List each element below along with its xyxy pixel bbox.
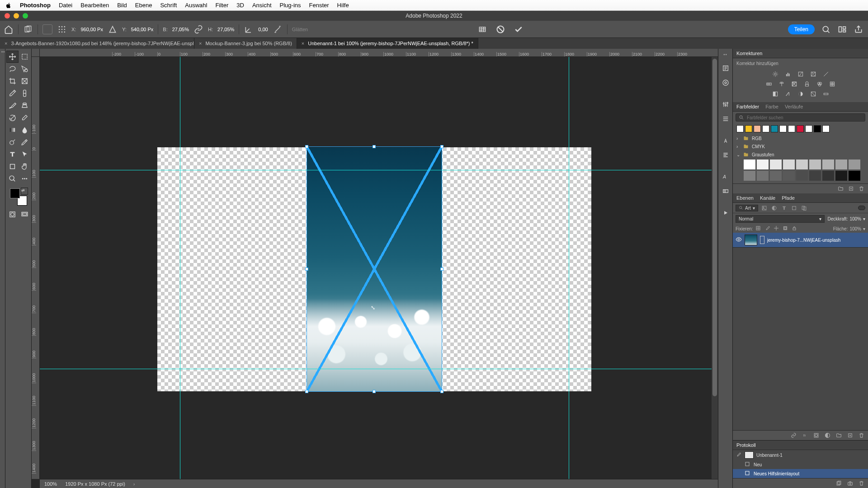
menu-ebene[interactable]: Ebene <box>135 2 152 9</box>
lock-artboard-icon[interactable] <box>783 225 789 232</box>
panel-tab-ebenen[interactable]: Ebenen <box>736 195 754 201</box>
new-group-icon[interactable] <box>836 432 842 438</box>
new-adjustment-icon[interactable] <box>825 432 830 438</box>
swatch[interactable] <box>788 125 795 132</box>
left-dock-spine[interactable]: •• <box>0 49 5 488</box>
panel-header[interactable]: Protokoll <box>733 441 868 450</box>
adj-bw-icon[interactable] <box>790 80 799 88</box>
opt-x-value[interactable]: 960,00 Px <box>80 27 103 32</box>
swatch[interactable] <box>835 171 847 181</box>
menu-plugins[interactable]: Plug-ins <box>280 2 301 9</box>
lasso-tool[interactable] <box>6 63 19 75</box>
history-brush-tool[interactable] <box>6 112 19 124</box>
ruler-horizontal[interactable]: -200-10001002003004005006007008009001000… <box>40 49 718 57</box>
properties-panel-icon[interactable] <box>721 78 731 88</box>
opt-angle-value[interactable]: 0,00 <box>258 27 268 32</box>
menu-3d[interactable]: 3D <box>236 2 244 9</box>
swatch[interactable] <box>779 125 787 132</box>
document-tab[interactable]: ×Mockup-Banner-3.jpg bei 50% (RGB/8) <box>194 38 297 49</box>
layer-thumbnail[interactable] <box>745 235 757 245</box>
swatch[interactable] <box>822 160 834 169</box>
swatch-search-input[interactable] <box>747 115 862 120</box>
screenmode-toggle[interactable] <box>19 208 31 221</box>
adj-vibrance-icon[interactable] <box>821 70 830 78</box>
history-state[interactable]: Neues Hilfslinienlayout <box>733 469 868 478</box>
layer-name[interactable]: jeremy-bishop-7...NWjEAE-unsplash <box>767 238 840 243</box>
delta-icon[interactable] <box>108 24 118 34</box>
opt-y-value[interactable]: 540,00 Px <box>131 27 154 32</box>
lock-all-icon[interactable] <box>792 225 798 232</box>
placed-image[interactable] <box>307 147 442 391</box>
share-export-icon[interactable] <box>854 24 863 34</box>
filter-smart-icon[interactable] <box>801 204 808 211</box>
folder-icon[interactable] <box>838 186 844 192</box>
panel-tab-pfade[interactable]: Pfade <box>782 195 795 201</box>
swatch[interactable] <box>809 160 821 169</box>
fill-value[interactable]: 100% <box>849 226 861 231</box>
swatch[interactable] <box>809 171 821 181</box>
character-panel-icon[interactable] <box>721 136 731 145</box>
guide-vertical[interactable] <box>569 57 569 479</box>
reference-point-selector[interactable] <box>42 24 52 34</box>
lock-position-icon[interactable] <box>774 225 780 232</box>
menu-fenster[interactable]: Fenster <box>309 2 329 9</box>
zoom-level[interactable]: 100% <box>44 481 57 487</box>
window-zoom-button[interactable] <box>23 13 28 19</box>
menu-datei[interactable]: Datei <box>59 2 72 9</box>
frame-tool[interactable] <box>19 75 31 87</box>
hand-tool[interactable] <box>19 160 31 173</box>
adj-posterize-icon[interactable] <box>783 90 793 98</box>
new-snapshot-icon[interactable] <box>847 480 853 486</box>
layer-style-icon[interactable]: fx <box>802 432 808 438</box>
document-tab[interactable]: ×Unbenannt-1 bei 100% (jeremy-bishop-7JP… <box>297 38 478 49</box>
window-minimize-button[interactable] <box>14 13 19 19</box>
clone-stamp-tool[interactable] <box>19 99 31 112</box>
swatch-search[interactable] <box>736 113 865 122</box>
swatch[interactable] <box>805 125 812 132</box>
healing-brush-tool[interactable] <box>19 87 31 99</box>
adj-colorlookup-icon[interactable] <box>828 80 837 88</box>
swatch[interactable] <box>783 171 795 181</box>
adjustments-panel-icon[interactable] <box>721 99 731 109</box>
close-icon[interactable]: × <box>5 41 7 46</box>
share-button[interactable]: Teilen <box>788 24 815 34</box>
workspace-icon[interactable] <box>837 24 847 34</box>
adj-levels-icon[interactable] <box>783 70 793 78</box>
adj-channelmixer-icon[interactable] <box>815 80 824 88</box>
swatch[interactable] <box>744 160 755 169</box>
document-info[interactable]: 1920 Px x 1080 Px (72 ppi) <box>65 481 125 487</box>
swatch-group-grays[interactable]: ⌄Graustufen <box>733 150 868 159</box>
swatch[interactable] <box>757 160 769 169</box>
layer-filter-kind[interactable]: Art▾ <box>736 205 758 211</box>
adj-hue-icon[interactable] <box>764 80 774 88</box>
guide-horizontal[interactable] <box>40 369 718 369</box>
trash-icon[interactable] <box>859 432 864 438</box>
swatch-group-rgb[interactable]: ›RGB <box>733 134 868 142</box>
document-tab[interactable]: ×3-Angebots-Banner-868x488.psd bei 148… <box>0 38 194 49</box>
swap-colors-icon[interactable]: ⇄ <box>21 188 28 195</box>
swatch-group-cmyk[interactable]: ›CMYK <box>733 142 868 150</box>
guide-vertical[interactable] <box>180 57 180 479</box>
opt-h-value[interactable]: 27,05% <box>217 27 234 32</box>
paragraph-panel-icon[interactable] <box>721 150 731 160</box>
swatch[interactable] <box>770 171 782 181</box>
type-tool[interactable] <box>6 148 19 160</box>
shape-tool[interactable] <box>6 160 19 173</box>
layer-row[interactable]: jeremy-bishop-7...NWjEAE-unsplash <box>733 233 868 248</box>
swatch[interactable] <box>822 171 834 181</box>
panel-tab-farbe[interactable]: Farbe <box>765 104 778 109</box>
swatch[interactable] <box>757 171 769 181</box>
reference-point-grid-icon[interactable] <box>57 24 67 34</box>
brush-tool[interactable] <box>6 99 19 112</box>
swatch[interactable] <box>796 171 808 181</box>
panel-header[interactable]: Farbfelder Farbe Verläufe <box>733 102 868 112</box>
adj-selectivecolor-icon[interactable] <box>821 90 830 98</box>
brushes-panel-icon[interactable] <box>721 186 731 196</box>
panel-tab-korrekturen[interactable]: Korrekturen <box>736 51 762 56</box>
canvas-stage[interactable]: ⤡ <box>40 57 718 479</box>
commit-transform-icon[interactable] <box>514 24 524 34</box>
swatch[interactable] <box>771 125 778 132</box>
blur-tool[interactable] <box>19 124 31 136</box>
color-fgbg[interactable]: ⇄ <box>9 188 28 206</box>
guide-horizontal[interactable] <box>40 170 718 170</box>
